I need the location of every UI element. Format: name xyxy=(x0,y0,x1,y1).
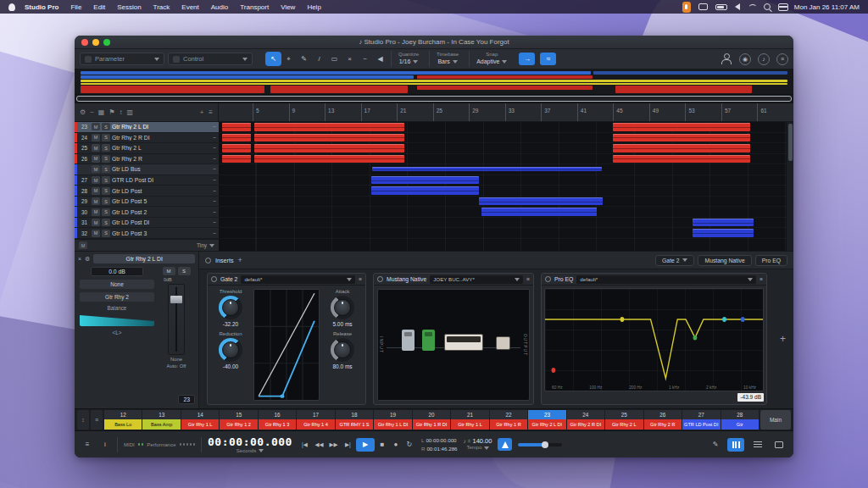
audio-clip[interactable] xyxy=(222,123,251,131)
levels-view-button[interactable] xyxy=(750,438,765,452)
tab-number[interactable]: 24 xyxy=(567,410,604,419)
loop-range-display[interactable]: L00:00:00.000 R00:01:46.286 xyxy=(421,436,458,452)
tool-button-2[interactable]: ✎ xyxy=(297,53,311,65)
track-tab-28[interactable]: 28 Gtr xyxy=(721,410,759,430)
track-tab-27[interactable]: 27 GTR LD Post DI xyxy=(682,410,720,430)
goto-end-button[interactable]: ▶| xyxy=(342,438,354,452)
tab-number[interactable]: 17 xyxy=(297,410,334,419)
mute-button[interactable]: M xyxy=(92,219,100,226)
track-row-24[interactable]: 24 M S Gtr Rhy 2 R DI ~ xyxy=(75,133,219,144)
track-row-30[interactable]: 30 M S Gtr LD Post 2 ~ xyxy=(75,207,219,218)
track-tab-23[interactable]: 23 Gtr Rhy 2 L DI xyxy=(528,410,565,430)
pedal-icon[interactable] xyxy=(402,330,415,351)
mute-button[interactable]: M xyxy=(92,176,100,184)
menu-clock[interactable]: Mon Jan 26 11:07 AM xyxy=(794,3,860,11)
audio-clip[interactable] xyxy=(481,208,598,216)
mute-button[interactable]: M xyxy=(92,165,100,173)
arrange-row[interactable] xyxy=(219,228,787,239)
wifi-icon[interactable] xyxy=(748,4,756,10)
track-row-28[interactable]: 28 M S Gtr LD Post ~ xyxy=(75,186,219,197)
tool-button-7[interactable]: ◀ xyxy=(373,53,387,65)
snap-dropdown[interactable]: Snap Adaptive xyxy=(469,51,514,67)
close-window-button[interactable] xyxy=(81,39,88,46)
mute-button[interactable]: M xyxy=(92,208,100,216)
audio-clip[interactable] xyxy=(371,186,479,195)
automation-none[interactable]: None xyxy=(167,357,186,363)
tab-name[interactable]: Gtr Rhy 1 R DI xyxy=(413,419,450,430)
preset-dropdown[interactable]: default* xyxy=(576,275,756,284)
track-tab-12[interactable]: 12 Bass Lo xyxy=(104,410,142,430)
scrollbar-thumb[interactable] xyxy=(788,124,793,161)
audio-clip[interactable] xyxy=(222,144,251,152)
track-header-icon-1[interactable]: ~ xyxy=(90,108,94,116)
tab-number[interactable]: 19 xyxy=(374,410,411,419)
audio-clip[interactable] xyxy=(613,123,750,131)
menu-item-session[interactable]: Session xyxy=(111,3,147,11)
track-row-26[interactable]: 26 M S Gtr Rhy 2 R ~ xyxy=(75,154,219,165)
solo-button[interactable]: S xyxy=(102,197,110,205)
plugin-power-icon[interactable] xyxy=(545,276,551,282)
audio-clip[interactable] xyxy=(254,155,405,164)
display-icon[interactable] xyxy=(698,3,708,10)
audio-clip[interactable] xyxy=(693,219,754,227)
browser-view-button[interactable] xyxy=(771,438,787,452)
control-dropdown[interactable]: Control xyxy=(168,53,253,65)
track-tab-25[interactable]: 25 Gtr Rhy 2 L xyxy=(605,410,643,430)
timeline-ruler[interactable]: 5913172125293337414549535761 xyxy=(219,103,793,121)
track-tab-17[interactable]: 17 Gtr Rhy 1 4 xyxy=(297,410,334,430)
inserts-power-icon[interactable] xyxy=(205,258,211,263)
fast-forward-button[interactable]: ▶▶ xyxy=(327,438,340,452)
solo-button[interactable]: S xyxy=(102,123,110,130)
tool-button-4[interactable]: ▭ xyxy=(327,53,342,65)
wrench-icon[interactable]: ⚙ xyxy=(85,256,90,263)
zoom-viewport[interactable] xyxy=(76,96,792,102)
menu-item-track[interactable]: Track xyxy=(147,3,176,11)
arrange-row[interactable] xyxy=(219,143,787,154)
tab-number[interactable]: 12 xyxy=(104,410,142,419)
loop-button[interactable]: ↻ xyxy=(403,438,415,452)
output-select-button[interactable]: Gtr Rhy 2 xyxy=(80,292,154,302)
add-insert-button[interactable]: + xyxy=(780,333,786,345)
solo-button[interactable]: S xyxy=(102,230,110,237)
arrange-row[interactable] xyxy=(219,133,787,144)
window-titlebar[interactable]: ♪ Studio Pro - Joey Burcham - In Case Yo… xyxy=(75,36,793,49)
panel-menu-icon[interactable]: ≡ xyxy=(776,53,788,65)
menu-item-audio[interactable]: Audio xyxy=(205,3,234,11)
track-header-icon-2[interactable]: ▦ xyxy=(98,108,105,116)
solo-button[interactable]: S xyxy=(102,165,110,173)
track-tab-19[interactable]: 19 Gtr Rhy 1 L DI xyxy=(374,410,411,430)
tab-name[interactable]: Gtr Rhy 1 L DI xyxy=(374,419,411,430)
volume-fader[interactable] xyxy=(168,284,185,355)
mute-button[interactable]: M xyxy=(92,123,100,130)
tab-number[interactable]: 27 xyxy=(682,410,720,419)
battery-icon[interactable] xyxy=(715,4,727,10)
track-header-icon-0[interactable]: ⚙ xyxy=(80,108,86,116)
tab-name[interactable]: Gtr Rhy 2 R DI xyxy=(567,419,604,430)
audio-clip[interactable] xyxy=(693,229,754,237)
tab-name[interactable]: GTR RHY 1 S xyxy=(336,419,373,430)
track-row-31[interactable]: 31 M S Gtr LD Post DI ~ xyxy=(75,218,219,229)
plugin-menu-icon[interactable]: ≡ xyxy=(526,276,530,282)
zoom-window-button[interactable] xyxy=(103,39,110,46)
solo-button[interactable]: S xyxy=(102,155,110,163)
timebase-dropdown[interactable]: Timebase Bars xyxy=(429,51,465,67)
tempo-display[interactable]: ♪ = 140.00 Tempo xyxy=(464,437,492,452)
mute-button[interactable]: M xyxy=(92,134,100,141)
tab-name[interactable]: Gtr Rhy 2 L xyxy=(605,419,643,430)
solo-button[interactable]: S xyxy=(102,208,110,216)
channel-mute-button[interactable]: M xyxy=(163,267,175,275)
parameter-dropdown[interactable]: Parameter xyxy=(80,53,164,65)
track-tab-20[interactable]: 20 Gtr Rhy 1 R DI xyxy=(413,410,450,430)
menu-item-file[interactable]: File xyxy=(64,3,87,11)
tab-name[interactable]: Bass Lo xyxy=(104,419,142,430)
tab-name[interactable]: Gtr Rhy 1 4 xyxy=(297,419,334,430)
tool-button-6[interactable]: ~ xyxy=(358,53,372,65)
track-tab-16[interactable]: 16 Gtr Rhy 1 3 xyxy=(259,410,296,430)
user-icon[interactable] xyxy=(721,53,732,64)
cabinet-icon[interactable] xyxy=(496,336,510,350)
gain-value-field[interactable]: 0.0 dB xyxy=(91,267,143,276)
plugin-menu-icon[interactable]: ≡ xyxy=(760,276,763,282)
track-row-25[interactable]: 25 M S Gtr Rhy 2 L ~ xyxy=(75,143,219,154)
track-list-menu-icon[interactable]: ≡ xyxy=(209,108,213,116)
pan-value[interactable]: <L> xyxy=(80,330,154,336)
